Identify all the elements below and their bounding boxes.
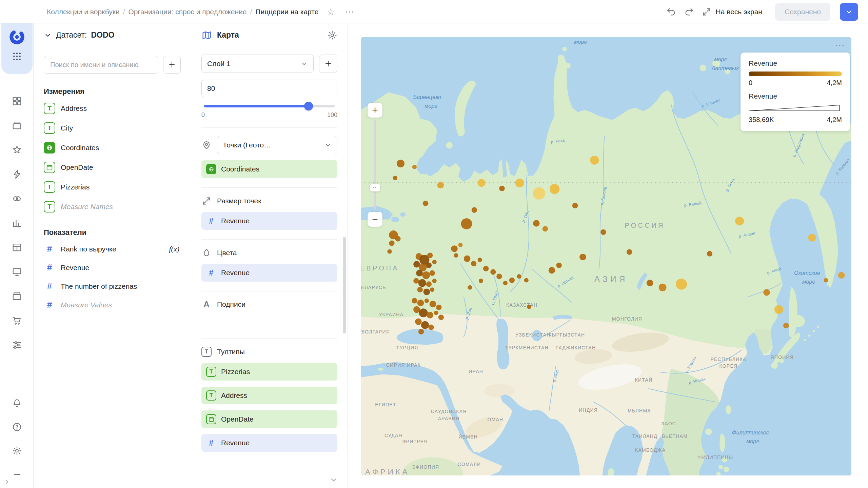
map-point[interactable]	[579, 254, 586, 261]
map-point[interactable]	[471, 261, 476, 266]
tooltip-field-chip[interactable]: T Pizzerias	[201, 363, 337, 381]
map-point[interactable]	[418, 279, 426, 287]
breadcrumb-workbook[interactable]: Организации: спрос и предложение	[128, 8, 246, 16]
table-icon[interactable]	[12, 242, 22, 252]
map-point[interactable]	[556, 263, 562, 268]
opacity-input[interactable]	[201, 80, 337, 97]
more-actions-icon[interactable]: ⋯	[345, 6, 356, 17]
map-point[interactable]	[426, 281, 432, 287]
map-point[interactable]	[427, 312, 433, 319]
map-point[interactable]	[437, 182, 444, 189]
map-point[interactable]	[397, 160, 405, 167]
workbooks-icon[interactable]	[12, 120, 22, 130]
map-point[interactable]	[600, 229, 606, 235]
zoom-out-button[interactable]: −	[368, 212, 382, 227]
map-point[interactable]	[415, 319, 422, 325]
help-icon[interactable]	[12, 422, 22, 432]
add-layer-button[interactable]	[319, 55, 337, 73]
map-point[interactable]	[412, 165, 417, 169]
dataset-name[interactable]: DODO	[91, 30, 114, 40]
map-point[interactable]	[499, 186, 505, 191]
geotype-select[interactable]: Точки (Геото…	[217, 136, 337, 154]
flows-sliders-icon[interactable]	[12, 340, 22, 350]
map-point[interactable]	[496, 273, 502, 279]
map-point[interactable]	[478, 179, 486, 187]
map-point[interactable]	[590, 156, 599, 165]
map-point[interactable]	[417, 300, 424, 306]
field-rank[interactable]: # Rank по выручке f(x)	[34, 240, 191, 258]
redo-icon[interactable]	[684, 7, 694, 17]
map-point[interactable]	[387, 249, 392, 254]
map-point[interactable]	[483, 266, 489, 271]
map-point[interactable]	[549, 267, 555, 274]
field-search-input[interactable]	[44, 56, 158, 74]
zoom-slider-handle[interactable]	[370, 184, 380, 191]
saved-button[interactable]: Сохранено	[775, 3, 830, 21]
map-point[interactable]	[430, 287, 434, 292]
map-point[interactable]	[428, 325, 434, 330]
map-point[interactable]	[416, 270, 423, 277]
map-point[interactable]	[389, 240, 394, 246]
map-point[interactable]	[524, 278, 529, 282]
zoom-slider-track[interactable]	[374, 120, 376, 209]
expand-chevron-icon[interactable]	[3, 478, 11, 486]
map-point[interactable]	[676, 279, 687, 290]
map-point[interactable]	[413, 306, 420, 313]
map-point[interactable]	[527, 305, 531, 309]
map-point[interactable]	[413, 261, 420, 268]
apps-grid-icon[interactable]	[12, 51, 22, 61]
map-point[interactable]	[647, 280, 653, 286]
tooltip-field-chip[interactable]: OpenDate	[201, 410, 337, 428]
map-point[interactable]	[395, 236, 400, 241]
map-point[interactable]	[422, 271, 430, 279]
cart-icon[interactable]	[12, 316, 22, 326]
map-point[interactable]	[436, 305, 441, 310]
dashboards-icon[interactable]	[12, 96, 22, 106]
map-point[interactable]	[735, 217, 744, 225]
map-point[interactable]	[572, 203, 578, 208]
favorites-star-icon[interactable]	[12, 145, 22, 155]
map-point[interactable]	[461, 218, 472, 229]
map-point[interactable]	[434, 311, 438, 315]
map-point[interactable]	[419, 308, 428, 317]
map-point[interactable]	[472, 207, 477, 213]
map-point[interactable]	[509, 278, 515, 283]
map-point[interactable]	[774, 305, 783, 314]
zoom-in-button[interactable]: +	[368, 103, 382, 118]
field-measure-names[interactable]: T Measure Names	[34, 197, 191, 217]
map-point[interactable]	[417, 287, 423, 292]
map-point[interactable]	[432, 260, 437, 264]
map-point[interactable]	[763, 289, 770, 296]
rings-icon[interactable]	[12, 194, 22, 204]
map-point[interactable]	[503, 281, 508, 285]
breadcrumb-collections[interactable]: Коллекции и воркбуки	[47, 8, 120, 16]
datalens-logo[interactable]	[8, 28, 26, 46]
map-point[interactable]	[838, 272, 845, 279]
tooltip-field-chip[interactable]: # Revenue	[201, 434, 337, 452]
colors-field-chip[interactable]: # Revenue	[201, 264, 337, 282]
map-point[interactable]	[421, 321, 429, 329]
collapse-dash-icon[interactable]	[12, 469, 22, 480]
favorite-star-icon[interactable]: ☆	[327, 6, 335, 17]
bell-icon[interactable]	[12, 398, 22, 408]
bolt-icon[interactable]	[12, 169, 22, 179]
map-point[interactable]	[458, 243, 462, 247]
map-point[interactable]	[423, 288, 430, 295]
field-revenue[interactable]: # Revenue	[34, 258, 191, 277]
config-scrollbar[interactable]	[343, 237, 346, 333]
save-dropdown-button[interactable]	[840, 3, 858, 21]
field-address[interactable]: T Address	[34, 99, 191, 118]
map-point[interactable]	[438, 314, 444, 320]
layer-select[interactable]: Слой 1	[201, 55, 314, 73]
map-point[interactable]	[533, 220, 540, 227]
map-point[interactable]	[479, 279, 483, 283]
map-point[interactable]	[517, 274, 521, 279]
undo-icon[interactable]	[666, 7, 676, 17]
map-point[interactable]	[808, 234, 816, 242]
map-point[interactable]	[464, 256, 471, 262]
tooltip-field-chip[interactable]: T Address	[201, 387, 337, 404]
field-city[interactable]: T City	[34, 118, 191, 138]
map-point[interactable]	[426, 263, 432, 268]
gear-icon[interactable]	[12, 446, 22, 456]
map-point[interactable]	[659, 284, 667, 291]
